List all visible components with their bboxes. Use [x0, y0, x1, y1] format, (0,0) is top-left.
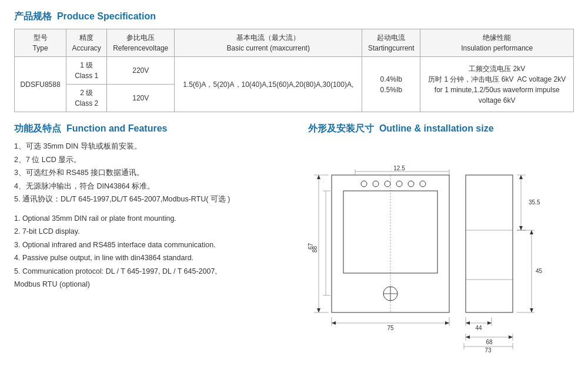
svg-point-8	[385, 181, 390, 187]
svg-marker-51	[445, 321, 449, 325]
svg-marker-58	[466, 321, 470, 325]
feature-item-en-5: 5. Communication protocol: DL / T 645-19…	[14, 265, 296, 291]
svg-marker-50	[332, 321, 336, 325]
svg-text:75: 75	[387, 325, 394, 331]
svg-text:12.5: 12.5	[393, 165, 405, 171]
spec-section-title: 产品规格 Produce Specification	[14, 11, 574, 23]
table-header-row: 型号Type 精度Accuracy 参比电压Referencevoltage 基…	[15, 29, 574, 57]
cell-current: 1.5(6)A，5(20)A，10(40)A,15(60)A,20(80)A,3…	[175, 57, 362, 112]
svg-marker-57	[530, 308, 533, 312]
svg-marker-54	[519, 175, 523, 179]
svg-point-6	[361, 181, 367, 187]
feature-item-cn-4: 4、无源脉冲输出，符合 DIN43864 标准。	[14, 180, 296, 193]
svg-text:35.5: 35.5	[529, 199, 540, 206]
cell-model: DDSFU8588	[15, 57, 66, 112]
features-title: 功能及特点 Function and Features	[14, 123, 296, 135]
svg-point-7	[373, 181, 379, 187]
col-type: 型号Type	[15, 29, 66, 57]
svg-rect-15	[466, 175, 513, 312]
cell-class1: 1 级Class 1	[66, 57, 107, 85]
feature-item-en-1: 1. Optional 35mm DIN rail or plate front…	[14, 212, 296, 226]
svg-text:44: 44	[475, 325, 482, 331]
col-insulation: 绝缘性能Insulation performance	[420, 29, 574, 57]
svg-marker-59	[487, 321, 492, 325]
cell-insulation: 工频交流电压 2kV历时 1 分钟，冲击电压 6kV AC voltage 2k…	[420, 57, 574, 112]
product-spec-section: 产品规格 Produce Specification 型号Type 精度Accu…	[14, 11, 574, 112]
svg-marker-61	[509, 335, 513, 339]
svg-text:73: 73	[485, 347, 492, 352]
feature-item-cn-2: 2、7 位 LCD 显示。	[14, 153, 296, 167]
bottom-section: 功能及特点 Function and Features 1、可选 35mm DI…	[14, 123, 574, 352]
svg-text:67: 67	[308, 243, 314, 250]
svg-marker-53	[317, 308, 320, 312]
col-accuracy: 精度Accuracy	[66, 29, 107, 57]
col-basic-current: 基本电流（最大流）Basic current (maxcurrent)	[175, 29, 362, 57]
outline-diagram: .dim { font-size: 10px; fill: #333; font…	[308, 141, 555, 352]
feature-item-cn-3: 3、可选红外和 RS485 接口数据通讯。	[14, 166, 296, 180]
svg-text:68: 68	[486, 339, 493, 345]
col-ref-voltage: 参比电压Referencevoltage	[107, 29, 175, 57]
svg-marker-52	[317, 175, 320, 179]
feature-item-en-4: 4. Passive pulse output, in line with di…	[14, 251, 296, 265]
col-starting-current: 起动电流Startingcurrent	[362, 29, 420, 57]
svg-text:45: 45	[536, 268, 543, 274]
feature-item-en-2: 2. 7-bit LCD display.	[14, 225, 296, 238]
cell-starting-current: 0.4%Ib0.5%Ib	[362, 57, 420, 112]
outline-title: 外形及安装尺寸 Outline & installation size	[308, 123, 574, 135]
cell-voltage2: 120V	[107, 85, 175, 112]
feature-item-cn-5: 5. 通讯协议：DL/T 645-1997,DL/T 645-2007,Modb…	[14, 193, 296, 206]
cell-voltage1: 220V	[107, 57, 175, 85]
svg-marker-60	[466, 335, 470, 339]
svg-point-11	[420, 181, 426, 187]
svg-marker-56	[530, 230, 533, 234]
feature-item-cn-1: 1、可选 35mm DIN 导轨或板前安装。	[14, 140, 296, 153]
feature-item-en-3: 3. Optional infrared and RS485 interface…	[14, 238, 296, 252]
svg-point-10	[408, 181, 414, 187]
spec-table: 型号Type 精度Accuracy 参比电压Referencevoltage 基…	[14, 29, 574, 112]
table-row: DDSFU8588 1 级Class 1 220V 1.5(6)A，5(20)A…	[15, 57, 574, 85]
outline-svg: .dim { font-size: 10px; fill: #333; font…	[308, 141, 555, 352]
svg-marker-55	[519, 226, 523, 230]
svg-point-9	[396, 181, 402, 187]
outline-section: 外形及安装尺寸 Outline & installation size .dim…	[308, 123, 574, 352]
cell-class2: 2 级Class 2	[66, 85, 107, 112]
features-section: 功能及特点 Function and Features 1、可选 35mm DI…	[14, 123, 296, 352]
